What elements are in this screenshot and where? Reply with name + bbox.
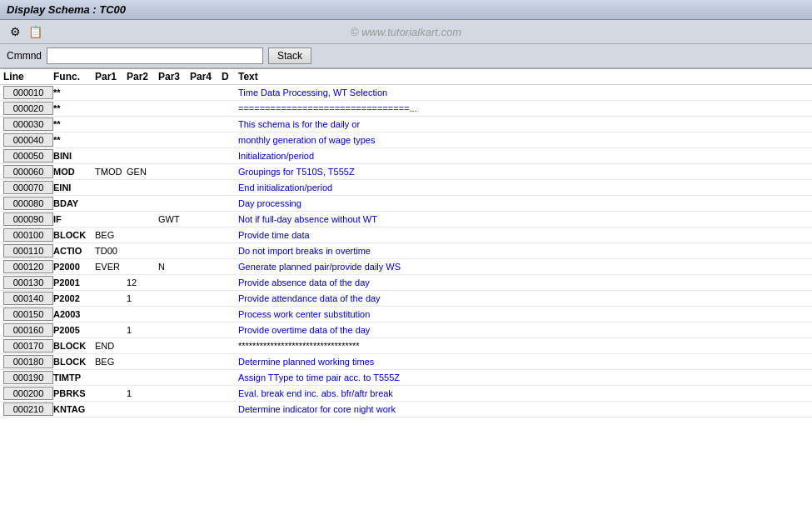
cell-line: 000020 [3, 102, 53, 115]
cell-func: P2001 [53, 278, 95, 288]
table-row[interactable]: 000030**This schema is for the daily or [0, 117, 812, 132]
cell-line: 000040 [3, 133, 53, 147]
cell-text: Eval. break end inc. abs. bfr/aftr break [238, 388, 809, 398]
copy-icon[interactable]: 📋 [27, 23, 43, 40]
cell-line: 000210 [3, 402, 53, 416]
cell-text: Do not import breaks in overtime [238, 246, 809, 256]
cell-func: KNTAG [53, 404, 95, 414]
table-row[interactable]: 000070EINIEnd initialization/period [0, 180, 812, 196]
cell-line: 000150 [3, 308, 53, 321]
stack-button[interactable]: Stack [268, 48, 311, 64]
table-row[interactable]: 000180BLOCKBEGDetermine planned working … [0, 354, 812, 370]
table-row[interactable]: 000090IFGWTNot if full-day absence witho… [0, 212, 812, 228]
cell-text: Provide overtime data of the day [238, 325, 809, 335]
table-row[interactable]: 000020**================================… [0, 101, 812, 117]
cell-func: TIMTP [53, 372, 95, 382]
cell-func: ** [53, 103, 95, 113]
cell-func: ** [53, 119, 95, 129]
page-title: Display Schema : TC00 [7, 3, 126, 16]
cell-par2: 1 [127, 293, 158, 303]
cell-par1: EVER [95, 262, 127, 272]
cell-func: P2000 [53, 262, 95, 272]
cell-line: 000130 [3, 276, 53, 289]
cell-par1: TMOD [95, 167, 127, 177]
cell-text: This schema is for the daily or [238, 119, 809, 129]
cell-line: 000090 [3, 212, 53, 226]
cell-text: Generate planned pair/provide daily WS [238, 262, 809, 272]
table-row[interactable]: 000060MODTMODGENGroupings for T510S, T55… [0, 164, 812, 180]
cell-line: 000160 [3, 323, 53, 337]
table-row[interactable]: 000110ACTIOTD00Do not import breaks in o… [0, 243, 812, 259]
cell-text: End initialization/period [238, 182, 809, 192]
cell-line: 000200 [3, 387, 53, 400]
cell-text: Provide absence data of the day [238, 278, 809, 288]
cell-line: 000010 [3, 86, 53, 99]
cell-line: 000180 [3, 355, 53, 368]
cell-par2: 12 [127, 278, 158, 288]
cell-par1: TD00 [95, 246, 127, 256]
command-input[interactable] [47, 48, 263, 64]
col-func: Func. [53, 71, 95, 82]
cell-text: Groupings for T510S, T555Z [238, 167, 809, 177]
table-row[interactable]: 000160P20051Provide overtime data of the… [0, 322, 812, 338]
cell-func: P2002 [53, 293, 95, 303]
table-row[interactable]: 000140P20021Provide attendance data of t… [0, 291, 812, 307]
table-row[interactable]: 000120P2000EVERNGenerate planned pair/pr… [0, 259, 812, 275]
cell-text: Provide time data [238, 230, 809, 240]
cell-text: Determine indicator for core night work [238, 404, 809, 414]
cell-text: Initialization/period [238, 151, 809, 161]
toolbar: ⚙ 📋 © www.tutorialkart.com [0, 20, 812, 44]
cell-func: BLOCK [53, 357, 95, 367]
cell-line: 000070 [3, 181, 53, 194]
table-row[interactable]: 000170BLOCKEND**************************… [0, 338, 812, 354]
table-row[interactable]: 000010**Time Data Processing, WT Selecti… [0, 85, 812, 101]
cell-par1: END [95, 341, 127, 351]
cell-text: monthly generation of wage types [238, 135, 809, 145]
cell-func: ACTIO [53, 246, 95, 256]
table-row[interactable]: 000040**monthly generation of wage types [0, 132, 812, 148]
table-row[interactable]: 000210KNTAGDetermine indicator for core … [0, 402, 812, 418]
settings-icon[interactable]: ⚙ [7, 23, 23, 40]
cell-func: A2003 [53, 309, 95, 319]
command-bar: Cmmnd Stack [0, 44, 812, 69]
cell-func: BLOCK [53, 341, 95, 351]
cell-line: 000050 [3, 149, 53, 162]
col-line: Line [3, 71, 53, 82]
table-body: 000010**Time Data Processing, WT Selecti… [0, 85, 812, 418]
cell-line: 000110 [3, 244, 53, 258]
cell-par2: GEN [127, 167, 158, 177]
table-row[interactable]: 000130P200112Provide absence data of the… [0, 275, 812, 291]
cell-func: P2005 [53, 325, 95, 335]
table-row[interactable]: 000100BLOCKBEGProvide time data [0, 228, 812, 243]
col-par1: Par1 [95, 71, 127, 82]
cell-func: ** [53, 88, 95, 98]
cell-par2: 1 [127, 388, 158, 398]
cell-text: Day processing [238, 198, 809, 208]
cell-line: 000190 [3, 371, 53, 384]
cell-text: Time Data Processing, WT Selection [238, 88, 809, 98]
title-bar: Display Schema : TC00 [0, 0, 812, 20]
table-row[interactable]: 000200PBRKS1Eval. break end inc. abs. bf… [0, 386, 812, 402]
main-content: Line Func. Par1 Par2 Par3 Par4 D Text 00… [0, 69, 812, 505]
cell-func: ** [53, 135, 95, 145]
cell-par1: BEG [95, 230, 127, 240]
cell-line: 000120 [3, 260, 53, 273]
cell-line: 000170 [3, 339, 53, 352]
col-par3: Par3 [158, 71, 190, 82]
cell-text: Provide attendance data of the day [238, 293, 809, 303]
cell-line: 000080 [3, 197, 53, 210]
cell-text: Determine planned working times [238, 357, 809, 367]
table-row[interactable]: 000190TIMTPAssign TType to time pair acc… [0, 370, 812, 386]
cell-func: IF [53, 214, 95, 224]
cell-line: 000030 [3, 118, 53, 131]
table-row[interactable]: 000080BDAYDay processing [0, 196, 812, 212]
cell-par3: N [158, 262, 190, 272]
table-row[interactable]: 000150A2003Process work center substitut… [0, 307, 812, 322]
col-d: D [222, 71, 238, 82]
table-row[interactable]: 000050BINIInitialization/period [0, 148, 812, 164]
cell-func: MOD [53, 167, 95, 177]
cell-func: PBRKS [53, 388, 95, 398]
col-par4: Par4 [190, 71, 222, 82]
watermark: © www.tutorialkart.com [351, 26, 461, 38]
col-text: Text [238, 71, 809, 82]
